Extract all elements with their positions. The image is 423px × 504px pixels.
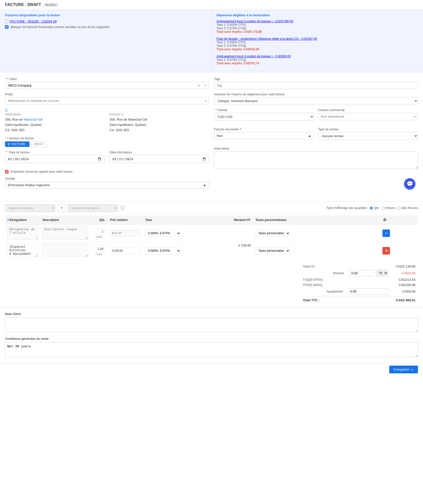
col-qty: Qté. bbox=[90, 215, 108, 224]
row1-prix-input[interactable] bbox=[110, 230, 141, 236]
prevent-reminder-checkbox[interactable] bbox=[5, 170, 9, 173]
invoice-number-label: * Numéro de facture bbox=[5, 137, 209, 140]
cgv-textarea[interactable]: Net 30 jours bbox=[5, 342, 418, 357]
destinataire-label: Destinataire bbox=[5, 113, 104, 116]
tags-input[interactable] bbox=[214, 82, 418, 89]
ajust-input[interactable] bbox=[348, 288, 388, 295]
payment-label: Autoriser les moyens de règlement pour c… bbox=[214, 93, 418, 96]
total-ttc-label: Total TTC : bbox=[303, 298, 320, 302]
envoyer-a-label: Envoyer à bbox=[109, 113, 209, 116]
row1-qty-input[interactable] bbox=[92, 228, 106, 235]
heures-radio-option[interactable]: Heures bbox=[382, 206, 396, 210]
col-actions: ⚙ bbox=[380, 215, 418, 224]
row2-designation-input[interactable]: [Expense] Entretien d'équipement bbox=[7, 243, 38, 257]
total-ht-value: CAD2 139,60 bbox=[390, 265, 415, 268]
mark-cancelled-label: Marquer les factures fusionnées comme an… bbox=[11, 25, 110, 29]
qty-radio-option[interactable]: Qté. bbox=[370, 206, 380, 210]
row1-taxes-perso-select[interactable]: Taxes personnalisées bbox=[255, 230, 290, 237]
col-prix: Prix unitaire bbox=[108, 215, 143, 224]
expense-link-1[interactable]: Aménagement local (Location de bureau ) … bbox=[217, 20, 293, 23]
mark-cancelled-checkbox[interactable] bbox=[5, 25, 9, 29]
row2-description-input[interactable] bbox=[42, 243, 88, 257]
client-input-wrapper[interactable]: ✕ ▼ bbox=[5, 82, 209, 89]
client-input[interactable] bbox=[5, 82, 195, 89]
remise-type-label: Type de remise bbox=[318, 128, 418, 131]
expense-total-2: Total avec impôts: CAD215,00 bbox=[217, 48, 418, 51]
row2-qty-input[interactable] bbox=[92, 246, 106, 252]
contact-input[interactable] bbox=[318, 113, 418, 120]
client-clear-icon[interactable]: ✕ bbox=[195, 84, 202, 88]
expense-tax1-2: Taxe 1: 5.000% (TPS) bbox=[217, 41, 418, 44]
add-article-plus-button[interactable]: + bbox=[58, 204, 65, 212]
fusion-panel-title: Factures disponibles pour la fusion bbox=[5, 13, 206, 17]
societe-select[interactable]: (Principale) Radius Ingenerie ▲ bbox=[5, 181, 209, 189]
row2-prix-input[interactable] bbox=[110, 247, 141, 254]
row2-unite-label: Unité bbox=[92, 253, 106, 256]
qte-heures-radio-option[interactable]: Qté./Heures bbox=[397, 206, 418, 210]
date-facture-label: * Date de facture bbox=[5, 151, 104, 154]
expense-tax2-1: Taxe 2: 9.975% (TVQ) bbox=[217, 27, 418, 30]
remise-pct-select[interactable]: % bbox=[377, 270, 388, 276]
add-article-select[interactable]: Ajouter un article bbox=[5, 204, 55, 212]
col-designation: ℹ Désignation bbox=[5, 215, 40, 224]
save-button[interactable]: Enregistrer ▲ bbox=[389, 366, 418, 373]
note-client-label: Note Client bbox=[5, 312, 418, 316]
row2-taxes-perso-select[interactable]: Taxes personnalisées bbox=[255, 247, 290, 254]
devise-select[interactable]: CAD CAD bbox=[214, 113, 314, 121]
row1-taxe-select[interactable]: 5.000%, 9.975% bbox=[145, 230, 181, 237]
expense-block-3: Aménagement local (Location de bureau ) … bbox=[217, 55, 418, 65]
societe-arrow-icon: ▲ bbox=[203, 183, 206, 187]
client-dropdown-icon[interactable]: ▼ bbox=[202, 84, 209, 87]
col-montant-ht: Montant HT bbox=[183, 215, 253, 224]
address-link-1[interactable]: Marechal Gill bbox=[24, 118, 43, 121]
expense-link-2[interactable]: Frais de dossier - employé(es) (Dépense … bbox=[217, 37, 317, 41]
expense-tax1-1: Taxe 1: 5.000% (TPS) bbox=[217, 23, 418, 27]
table-settings-icon[interactable]: ⚙ bbox=[383, 218, 386, 222]
save-button-label: Enregistrer bbox=[394, 368, 410, 371]
remise-neg-value: -CAD0,00 bbox=[390, 271, 415, 275]
col-taxes-perso: Taxes personnalisées bbox=[253, 215, 380, 224]
remise-type-select[interactable]: Aucune remise bbox=[318, 132, 418, 140]
prevent-reminder-label: Empêcher l'envoi de rappels pour cette f… bbox=[11, 170, 73, 173]
draft-badge: Brouillon bbox=[44, 3, 58, 7]
societe-label: Société bbox=[5, 177, 209, 180]
address-edit-link[interactable]: ✎ bbox=[5, 108, 209, 112]
project-input[interactable] bbox=[5, 97, 209, 104]
invoice-prefix-btn[interactable]: ⚙ FACTURE - bbox=[5, 141, 30, 147]
chat-button[interactable]: 💬 bbox=[404, 178, 415, 190]
recurrent-select[interactable]: Non ▲ bbox=[214, 132, 314, 139]
recurrent-label: Facture récurrente ? bbox=[214, 128, 314, 131]
date-facture-input[interactable] bbox=[5, 155, 104, 163]
recurrent-arrow-icon: ▲ bbox=[308, 134, 311, 138]
total-ht-label: Total HT : bbox=[303, 265, 317, 268]
fusion-invoice-checkbox[interactable] bbox=[5, 20, 8, 23]
row2-taxe-select[interactable]: 5.000%, 9.975% bbox=[145, 247, 181, 254]
task-info-icon[interactable]: ⓘ bbox=[120, 205, 124, 211]
row1-description-input[interactable] bbox=[42, 226, 88, 239]
table-row: [Expense] Entretien d'équipement Unité bbox=[5, 242, 418, 260]
eligible-panel-title: Dépenses éligibles à la facturation bbox=[217, 13, 418, 17]
ajust-value: CAD0,00 bbox=[390, 290, 415, 293]
remise-label: Remise bbox=[333, 271, 344, 275]
note-client-textarea[interactable] bbox=[5, 317, 418, 332]
expense-link-3[interactable]: Aménagement local (Location de bureau ) … bbox=[217, 55, 291, 58]
row2-delete-button[interactable]: ✕ bbox=[382, 247, 390, 255]
expense-total-1: Total avec impôts: CAD5 173,88 bbox=[217, 30, 418, 34]
ajust-label: Ajustement bbox=[327, 290, 343, 293]
remise-input[interactable] bbox=[349, 270, 374, 276]
table-row: Unité 5.000%, 9.975% Taxes personnalisée… bbox=[5, 224, 418, 242]
row1-designation-input[interactable] bbox=[7, 226, 38, 239]
task-select[interactable]: Facturer une tâche bbox=[68, 204, 118, 212]
envoyer-a-address: 356, Rue de Marechal Gill Saint-Apollina… bbox=[109, 117, 209, 133]
client-label: * Client bbox=[5, 77, 209, 81]
col-taxe: Taxe bbox=[143, 215, 183, 224]
expense-tax1-3: Taxe 1: 9.975% (TVQ) bbox=[217, 58, 418, 62]
fusion-invoice-link[interactable]: FACTURE - 001026 - CAD34,49 bbox=[10, 20, 57, 23]
payment-select[interactable]: Chèque, Virement Bancaire bbox=[214, 97, 418, 105]
date-echeance-label: Date d'échéance bbox=[109, 151, 209, 154]
tvq-label: TVQ(9.975%) bbox=[303, 278, 323, 282]
date-echeance-input[interactable] bbox=[109, 155, 209, 163]
row2-montant-ht: 2 139,60 bbox=[183, 242, 253, 260]
row1-confirm-button[interactable]: ✓ bbox=[382, 229, 390, 237]
note-admin-textarea[interactable] bbox=[214, 151, 418, 169]
